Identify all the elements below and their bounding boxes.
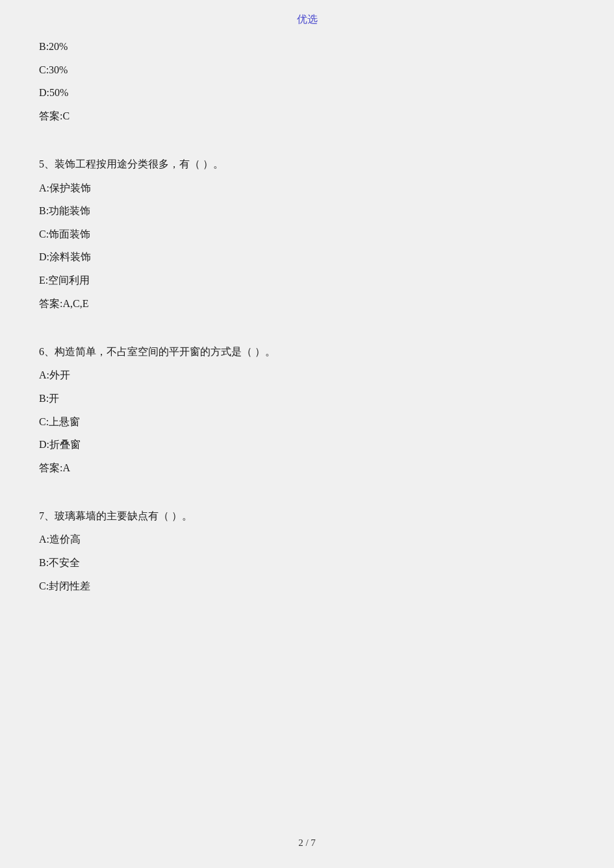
q7-option-c: C:封闭性差 <box>39 578 575 595</box>
q5-option-a: A:保护装饰 <box>39 180 575 197</box>
q5-option-e: E:空间利用 <box>39 272 575 289</box>
question6-title: 6、构造简单，不占室空间的平开窗的方式是（ ）。 <box>39 343 575 360</box>
q6-option-c: C:上悬窗 <box>39 414 575 430</box>
q5-answer: 答案:A,C,E <box>39 295 575 312</box>
q4-option-d: D:50% <box>39 84 575 101</box>
page-footer: 2 / 7 <box>0 837 614 849</box>
page-number: 2 / 7 <box>298 837 316 848</box>
question5-section: 5、装饰工程按用途分类很多，有（ ）。 A:保护装饰 B:功能装饰 C:饰面装饰… <box>39 155 575 312</box>
question4-continued: B:20% C:30% D:50% 答案:C <box>39 38 575 124</box>
q6-option-d: D:折叠窗 <box>39 436 575 453</box>
question7-section: 7、玻璃幕墙的主要缺点有（ ）。 A:造价高 B:不安全 C:封闭性差 <box>39 507 575 594</box>
question6-section: 6、构造简单，不占室空间的平开窗的方式是（ ）。 A:外开 B:开 C:上悬窗 … <box>39 343 575 476</box>
q4-option-c: C:30% <box>39 62 575 79</box>
q4-answer: 答案:C <box>39 108 575 125</box>
q6-option-b: B:开 <box>39 390 575 407</box>
page-container: 优选 B:20% C:30% D:50% 答案:C 5、装饰工程按用途分类很多，… <box>0 0 614 868</box>
q6-option-a: A:外开 <box>39 367 575 384</box>
top-link-section: 优选 <box>39 13 575 27</box>
q5-option-d: D:涂料装饰 <box>39 249 575 266</box>
question7-title: 7、玻璃幕墙的主要缺点有（ ）。 <box>39 507 575 525</box>
yooxuan-link[interactable]: 优选 <box>297 14 318 25</box>
question5-title: 5、装饰工程按用途分类很多，有（ ）。 <box>39 155 575 173</box>
q5-option-c: C:饰面装饰 <box>39 226 575 243</box>
q5-option-b: B:功能装饰 <box>39 203 575 219</box>
q7-option-a: A:造价高 <box>39 531 575 548</box>
q4-option-b: B:20% <box>39 38 575 55</box>
q6-answer: 答案:A <box>39 460 575 477</box>
q7-option-b: B:不安全 <box>39 554 575 571</box>
